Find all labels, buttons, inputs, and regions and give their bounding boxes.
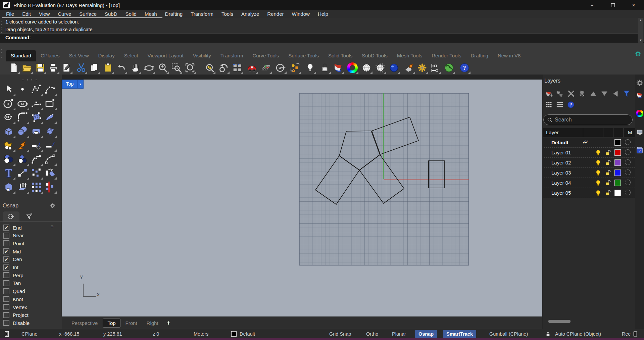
polygon-icon[interactable]: [3, 111, 15, 123]
sphere-icon[interactable]: [16, 125, 29, 137]
viewport-canvas[interactable]: Top ▾ y x: [62, 80, 542, 317]
status-y-225-81[interactable]: y 225.81: [103, 329, 122, 339]
layer-color-swatch[interactable]: [614, 190, 621, 196]
cplane-grid-icon[interactable]: [260, 62, 271, 73]
osnap-overflow-chevron[interactable]: »: [51, 224, 53, 229]
menu-item-curve[interactable]: Curve: [54, 10, 75, 18]
zoom-selected-icon[interactable]: [204, 62, 215, 73]
menu-item-solid[interactable]: Solid: [121, 10, 141, 18]
lock-icon[interactable]: [319, 62, 330, 73]
checkbox-checked[interactable]: ✓: [3, 248, 9, 254]
box-icon[interactable]: [3, 125, 15, 137]
layer-material-circle-icon[interactable]: [625, 149, 631, 155]
status-meters[interactable]: Meters: [194, 329, 208, 339]
layer-row-layer-04[interactable]: Layer 04: [543, 178, 635, 188]
viewport-tab-front[interactable]: Front: [121, 319, 142, 327]
blend-curves-icon[interactable]: [44, 153, 56, 165]
layer-row-default[interactable]: Default✓✓: [543, 138, 635, 148]
new-sublayer-icon[interactable]: [556, 89, 564, 98]
status-ortho[interactable]: Ortho: [366, 329, 378, 339]
toolbar-tab-standard[interactable]: Standard: [6, 50, 36, 61]
select-points-icon[interactable]: [290, 62, 300, 73]
status-default[interactable]: Default: [240, 329, 255, 339]
menu-item-view[interactable]: View: [35, 10, 54, 18]
layer-row-layer-02[interactable]: Layer 02: [543, 158, 635, 168]
osnap-item-quad[interactable]: Quad: [3, 288, 25, 295]
grid-view-icon[interactable]: [545, 101, 553, 109]
named-view-car-icon[interactable]: [247, 62, 257, 73]
blue-sphere-icon[interactable]: [389, 62, 399, 73]
osnap-item-point[interactable]: Point: [3, 240, 24, 247]
menu-item-help[interactable]: Help: [314, 10, 332, 18]
zoom-dynamic-icon[interactable]: [157, 62, 168, 73]
toolbar-tab-viewport-layout[interactable]: Viewport Layout: [143, 50, 188, 61]
status-x-668-15[interactable]: x -668.15: [59, 329, 79, 339]
viewport-menu-caret-icon[interactable]: ▾: [77, 80, 83, 88]
toolbar-tab-display[interactable]: Display: [94, 50, 119, 61]
checkbox-checked[interactable]: ✓: [3, 256, 9, 262]
viewport-title-label[interactable]: Top ▾: [62, 80, 84, 89]
layer-row-layer-03[interactable]: Layer 03: [543, 168, 635, 178]
scroll-down-icon[interactable]: ▼: [639, 39, 642, 42]
layers-horizontal-scrollbar[interactable]: [548, 320, 571, 323]
viewport-name[interactable]: Top: [62, 80, 77, 88]
layer-name[interactable]: Layer 04: [551, 180, 571, 186]
record-box-icon[interactable]: [632, 329, 638, 339]
new-viewport-button[interactable]: +: [163, 319, 174, 327]
toolbar-tab-cplanes[interactable]: CPlanes: [36, 50, 64, 61]
toolbox-drag-handle[interactable]: [21, 79, 38, 81]
toolbar-tab-mesh-tools[interactable]: Mesh Tools: [392, 50, 427, 61]
layer-name[interactable]: Layer 03: [551, 170, 571, 176]
move-down-icon[interactable]: [600, 89, 609, 98]
layer-visibility-bulb-icon[interactable]: [595, 159, 602, 166]
layer-visibility-bulb-icon[interactable]: [595, 169, 602, 176]
zoom-extents-icon[interactable]: [185, 62, 195, 73]
open-file-icon[interactable]: [21, 62, 32, 73]
color-wheel-icon[interactable]: [347, 62, 358, 73]
checkbox-unchecked[interactable]: [3, 312, 9, 318]
osnap-item-near[interactable]: Near: [3, 232, 24, 239]
circle-center-icon[interactable]: [3, 97, 15, 109]
torus-icon[interactable]: [30, 125, 42, 137]
layer-material-circle-icon[interactable]: [625, 159, 631, 165]
menu-item-analyze[interactable]: Analyze: [237, 10, 263, 18]
osnap-gear-icon[interactable]: [50, 203, 56, 209]
status-toggle-smarttrack[interactable]: SmartTrack: [443, 330, 476, 338]
boolean-solid-icon[interactable]: [3, 181, 15, 193]
delete-layer-icon[interactable]: [567, 89, 576, 98]
layer-row-layer-01[interactable]: Layer 01: [543, 148, 635, 158]
filter-icon[interactable]: [622, 89, 631, 98]
close-button[interactable]: ✕: [623, 0, 644, 10]
selection-filter-tab[interactable]: [21, 211, 38, 222]
extrude-surface-icon[interactable]: [16, 181, 29, 193]
status-cplane[interactable]: CPlane: [21, 329, 38, 339]
list-view-icon[interactable]: [556, 101, 564, 109]
layer-unlocked-icon[interactable]: [604, 159, 611, 166]
checkbox-unchecked[interactable]: [3, 296, 9, 302]
layer-name[interactable]: Layer 01: [551, 150, 571, 155]
select-arrow-icon[interactable]: [3, 83, 15, 95]
move-scale-icon[interactable]: [16, 167, 29, 179]
status-auto-cplane-object-[interactable]: Auto CPlane (Object): [555, 329, 601, 339]
osnap-item-project[interactable]: Project: [3, 312, 29, 319]
viewport-tab-icon[interactable]: [636, 129, 643, 136]
checkbox-unchecked[interactable]: [3, 233, 9, 239]
layer-unlocked-icon[interactable]: [604, 179, 611, 186]
menu-item-file[interactable]: File: [2, 10, 18, 18]
viewport-layout-icon[interactable]: [232, 62, 243, 73]
layer-row-layer-05[interactable]: Layer 05: [543, 188, 635, 198]
osnap-tab[interactable]: [3, 211, 19, 222]
osnap-item-perp[interactable]: Perp: [3, 272, 23, 279]
layer-name[interactable]: Layer 02: [551, 160, 571, 165]
collapse-icon[interactable]: [611, 89, 620, 98]
lightbulb-icon[interactable]: [305, 62, 315, 73]
new-layer-icon[interactable]: [545, 89, 553, 98]
edit-page-icon[interactable]: [61, 62, 72, 73]
print-icon[interactable]: [48, 62, 59, 73]
osnap-item-cen[interactable]: ✓Cen: [3, 256, 22, 263]
block-tool-icon[interactable]: [44, 181, 56, 193]
move-up-icon[interactable]: [589, 89, 598, 98]
toolbar-tab-surface-tools[interactable]: Surface Tools: [284, 50, 324, 61]
layer-unlocked-icon[interactable]: [604, 169, 611, 176]
fillet-corner-icon[interactable]: [16, 111, 29, 123]
